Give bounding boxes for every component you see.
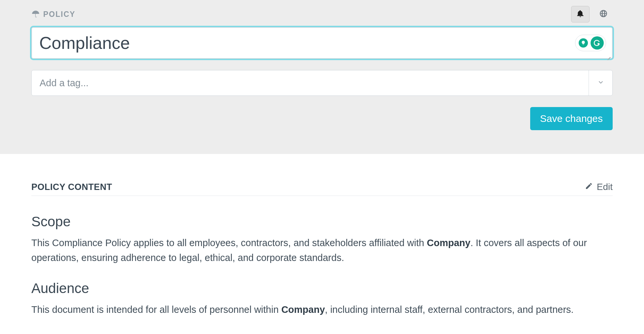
globe-icon [599,9,608,19]
grammarly-icon [591,36,604,50]
scope-paragraph: This Compliance Policy applies to all em… [31,236,613,265]
chevron-down-icon [597,79,604,87]
tag-dropdown-button[interactable] [589,70,612,95]
policy-title-input[interactable] [31,27,613,59]
tag-row [31,70,613,96]
policy-content-heading: POLICY CONTENT [31,182,112,192]
edit-button[interactable]: Edit [585,182,613,192]
title-input-wrap [31,27,613,59]
policy-body: Scope This Compliance Policy applies to … [31,214,613,317]
tag-input[interactable] [32,70,589,95]
umbrella-icon [31,10,40,19]
policy-label-wrap: POLICY [31,10,76,19]
pencil-icon [585,182,593,192]
scope-text-pre: This Compliance Policy applies to all em… [31,238,427,248]
audience-text-pre: This document is intended for all levels… [31,304,281,315]
bell-icon [576,9,585,19]
notifications-button[interactable] [571,6,590,22]
audience-paragraph: This document is intended for all levels… [31,302,613,317]
header-region: POLICY [0,0,644,154]
top-row: POLICY [31,6,613,22]
audience-heading: Audience [31,280,613,296]
policy-type-label: POLICY [43,10,76,19]
section-header: POLICY CONTENT Edit [31,182,613,196]
lightbulb-icon [579,38,588,48]
audience-company-name: Company [281,304,325,315]
top-icon-group [571,6,613,22]
save-changes-button[interactable]: Save changes [530,107,613,130]
audience-text-post: , including internal staff, external con… [325,304,574,315]
grammarly-badge[interactable] [575,35,606,51]
content-region: POLICY CONTENT Edit Scope This Complianc… [0,154,644,317]
visibility-button[interactable] [594,6,613,22]
edit-label: Edit [597,182,613,192]
save-row: Save changes [31,107,613,130]
scope-company-name: Company [427,238,470,248]
scope-heading: Scope [31,214,613,230]
